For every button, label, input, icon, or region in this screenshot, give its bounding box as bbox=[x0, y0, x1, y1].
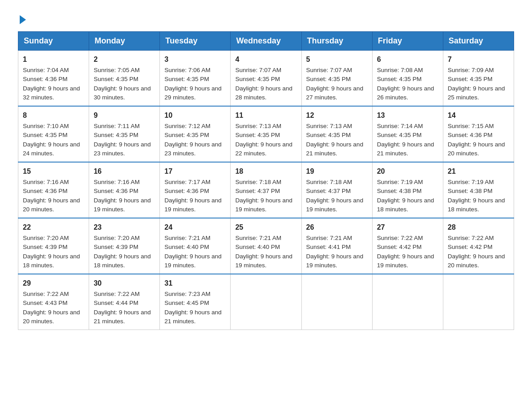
sunrise-text: Sunrise: 7:16 AM bbox=[23, 179, 69, 185]
daylight-text: Daylight: 9 hours and 19 minutes. bbox=[235, 197, 292, 213]
weekday-header-row: SundayMondayTuesdayWednesdayThursdayFrid… bbox=[18, 32, 514, 51]
calendar-cell: 24Sunrise: 7:21 AMSunset: 4:40 PMDayligh… bbox=[160, 218, 231, 274]
day-number: 18 bbox=[235, 166, 296, 177]
calendar-cell: 15Sunrise: 7:16 AMSunset: 4:36 PMDayligh… bbox=[18, 162, 89, 218]
day-number: 24 bbox=[164, 222, 226, 233]
calendar-cell: 31Sunrise: 7:23 AMSunset: 4:45 PMDayligh… bbox=[160, 274, 231, 330]
sunrise-text: Sunrise: 7:20 AM bbox=[94, 235, 140, 241]
weekday-header-monday: Monday bbox=[89, 32, 160, 51]
calendar-cell: 27Sunrise: 7:22 AMSunset: 4:42 PMDayligh… bbox=[372, 218, 443, 274]
weekday-header-wednesday: Wednesday bbox=[231, 32, 301, 51]
sunrise-text: Sunrise: 7:16 AM bbox=[94, 179, 140, 185]
day-number: 26 bbox=[306, 222, 368, 233]
sunset-text: Sunset: 4:35 PM bbox=[235, 76, 280, 82]
calendar-cell: 28Sunrise: 7:22 AMSunset: 4:42 PMDayligh… bbox=[443, 218, 514, 274]
sunrise-text: Sunrise: 7:13 AM bbox=[235, 123, 281, 129]
day-number: 29 bbox=[23, 278, 84, 289]
weekday-header-sunday: Sunday bbox=[18, 32, 89, 51]
calendar-week-row: 15Sunrise: 7:16 AMSunset: 4:36 PMDayligh… bbox=[18, 162, 514, 218]
sunrise-text: Sunrise: 7:22 AM bbox=[448, 235, 494, 241]
daylight-text: Daylight: 9 hours and 20 minutes. bbox=[23, 197, 80, 213]
day-number: 22 bbox=[23, 222, 84, 233]
daylight-text: Daylight: 9 hours and 21 minutes. bbox=[164, 309, 222, 325]
weekday-header-friday: Friday bbox=[372, 32, 443, 51]
daylight-text: Daylight: 9 hours and 19 minutes. bbox=[235, 253, 292, 269]
sunset-text: Sunset: 4:45 PM bbox=[164, 300, 209, 306]
calendar-cell: 7Sunrise: 7:09 AMSunset: 4:35 PMDaylight… bbox=[443, 51, 514, 107]
sunrise-text: Sunrise: 7:12 AM bbox=[164, 123, 210, 129]
calendar-cell: 4Sunrise: 7:07 AMSunset: 4:35 PMDaylight… bbox=[231, 51, 301, 107]
daylight-text: Daylight: 9 hours and 19 minutes. bbox=[94, 197, 151, 213]
calendar-cell: 13Sunrise: 7:14 AMSunset: 4:35 PMDayligh… bbox=[372, 106, 443, 162]
day-number: 2 bbox=[94, 54, 155, 65]
daylight-text: Daylight: 9 hours and 26 minutes. bbox=[377, 85, 434, 101]
sunset-text: Sunset: 4:37 PM bbox=[235, 188, 280, 194]
daylight-text: Daylight: 9 hours and 21 minutes. bbox=[94, 309, 151, 325]
daylight-text: Daylight: 9 hours and 22 minutes. bbox=[235, 141, 292, 157]
sunset-text: Sunset: 4:35 PM bbox=[306, 76, 351, 82]
sunset-text: Sunset: 4:36 PM bbox=[23, 188, 68, 194]
sunset-text: Sunset: 4:39 PM bbox=[23, 244, 68, 250]
calendar-cell: 30Sunrise: 7:22 AMSunset: 4:44 PMDayligh… bbox=[89, 274, 160, 330]
daylight-text: Daylight: 9 hours and 18 minutes. bbox=[448, 197, 505, 213]
calendar-cell: 22Sunrise: 7:20 AMSunset: 4:39 PMDayligh… bbox=[18, 218, 89, 274]
day-number: 21 bbox=[448, 166, 509, 177]
daylight-text: Daylight: 9 hours and 19 minutes. bbox=[306, 197, 364, 213]
sunrise-text: Sunrise: 7:07 AM bbox=[306, 67, 352, 73]
sunset-text: Sunset: 4:35 PM bbox=[164, 76, 209, 82]
calendar-table: SundayMondayTuesdayWednesdayThursdayFrid… bbox=[18, 31, 514, 330]
calendar-cell: 26Sunrise: 7:21 AMSunset: 4:41 PMDayligh… bbox=[301, 218, 372, 274]
day-number: 8 bbox=[23, 110, 84, 121]
calendar-cell: 14Sunrise: 7:15 AMSunset: 4:36 PMDayligh… bbox=[443, 106, 514, 162]
sunset-text: Sunset: 4:37 PM bbox=[306, 188, 351, 194]
day-number: 19 bbox=[306, 166, 368, 177]
calendar-week-row: 8Sunrise: 7:10 AMSunset: 4:35 PMDaylight… bbox=[18, 106, 514, 162]
daylight-text: Daylight: 9 hours and 21 minutes. bbox=[306, 141, 364, 157]
sunset-text: Sunset: 4:35 PM bbox=[94, 132, 138, 138]
daylight-text: Daylight: 9 hours and 24 minutes. bbox=[23, 141, 80, 157]
sunrise-text: Sunrise: 7:21 AM bbox=[235, 235, 281, 241]
sunset-text: Sunset: 4:35 PM bbox=[23, 132, 68, 138]
sunset-text: Sunset: 4:38 PM bbox=[448, 188, 493, 194]
day-number: 20 bbox=[377, 166, 438, 177]
daylight-text: Daylight: 9 hours and 20 minutes. bbox=[23, 309, 80, 325]
calendar-cell: 6Sunrise: 7:08 AMSunset: 4:35 PMDaylight… bbox=[372, 51, 443, 107]
daylight-text: Daylight: 9 hours and 28 minutes. bbox=[235, 85, 292, 101]
sunrise-text: Sunrise: 7:07 AM bbox=[235, 67, 281, 73]
sunrise-text: Sunrise: 7:10 AM bbox=[23, 123, 69, 129]
calendar-cell: 21Sunrise: 7:19 AMSunset: 4:38 PMDayligh… bbox=[443, 162, 514, 218]
sunset-text: Sunset: 4:40 PM bbox=[235, 244, 280, 250]
sunrise-text: Sunrise: 7:19 AM bbox=[377, 179, 423, 185]
daylight-text: Daylight: 9 hours and 23 minutes. bbox=[164, 141, 222, 157]
day-number: 16 bbox=[94, 166, 155, 177]
calendar-cell bbox=[443, 274, 514, 330]
daylight-text: Daylight: 9 hours and 19 minutes. bbox=[306, 253, 364, 269]
day-number: 7 bbox=[448, 54, 509, 65]
sunset-text: Sunset: 4:35 PM bbox=[235, 132, 280, 138]
calendar-cell: 10Sunrise: 7:12 AMSunset: 4:35 PMDayligh… bbox=[160, 106, 231, 162]
sunrise-text: Sunrise: 7:21 AM bbox=[164, 235, 210, 241]
day-number: 14 bbox=[448, 110, 509, 121]
sunset-text: Sunset: 4:43 PM bbox=[23, 300, 68, 306]
calendar-cell bbox=[231, 274, 301, 330]
day-number: 31 bbox=[164, 278, 226, 289]
daylight-text: Daylight: 9 hours and 18 minutes. bbox=[94, 253, 151, 269]
day-number: 23 bbox=[94, 222, 155, 233]
sunset-text: Sunset: 4:41 PM bbox=[306, 244, 351, 250]
sunset-text: Sunset: 4:36 PM bbox=[164, 188, 209, 194]
calendar-week-row: 29Sunrise: 7:22 AMSunset: 4:43 PMDayligh… bbox=[18, 274, 514, 330]
sunset-text: Sunset: 4:36 PM bbox=[23, 76, 68, 82]
sunset-text: Sunset: 4:36 PM bbox=[94, 188, 138, 194]
calendar-cell: 23Sunrise: 7:20 AMSunset: 4:39 PMDayligh… bbox=[89, 218, 160, 274]
calendar-week-row: 1Sunrise: 7:04 AMSunset: 4:36 PMDaylight… bbox=[18, 51, 514, 107]
calendar-cell: 19Sunrise: 7:18 AMSunset: 4:37 PMDayligh… bbox=[301, 162, 372, 218]
sunset-text: Sunset: 4:35 PM bbox=[306, 132, 351, 138]
daylight-text: Daylight: 9 hours and 20 minutes. bbox=[448, 141, 505, 157]
daylight-text: Daylight: 9 hours and 20 minutes. bbox=[448, 253, 505, 269]
calendar-cell: 16Sunrise: 7:16 AMSunset: 4:36 PMDayligh… bbox=[89, 162, 160, 218]
sunrise-text: Sunrise: 7:22 AM bbox=[377, 235, 423, 241]
weekday-header-tuesday: Tuesday bbox=[160, 32, 231, 51]
sunrise-text: Sunrise: 7:22 AM bbox=[94, 291, 140, 297]
sunset-text: Sunset: 4:35 PM bbox=[377, 76, 422, 82]
sunrise-text: Sunrise: 7:17 AM bbox=[164, 179, 210, 185]
